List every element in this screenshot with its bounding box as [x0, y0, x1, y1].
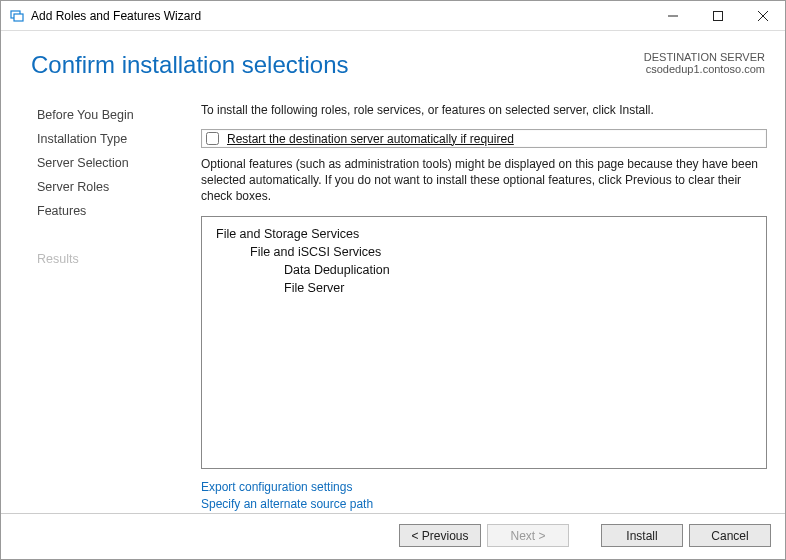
destination-server: csodedup1.contoso.com — [644, 63, 765, 75]
cancel-button[interactable]: Cancel — [689, 524, 771, 547]
optional-note: Optional features (such as administratio… — [201, 156, 767, 204]
main-panel: To install the following roles, role ser… — [181, 85, 785, 513]
alternate-source-link[interactable]: Specify an alternate source path — [201, 496, 767, 513]
nav-before-you-begin[interactable]: Before You Begin — [1, 103, 181, 127]
destination-label: DESTINATION SERVER — [644, 51, 765, 63]
feature-item: File and iSCSI Services — [250, 245, 752, 259]
features-box: File and Storage Services File and iSCSI… — [201, 216, 767, 469]
app-icon — [9, 8, 25, 24]
restart-label[interactable]: Restart the destination server automatic… — [227, 132, 514, 146]
nav-server-roles[interactable]: Server Roles — [1, 175, 181, 199]
titlebar: Add Roles and Features Wizard — [1, 1, 785, 31]
restart-row[interactable]: Restart the destination server automatic… — [201, 129, 767, 148]
button-gap — [575, 524, 595, 547]
header: Confirm installation selections DESTINAT… — [1, 31, 785, 85]
window-controls — [650, 1, 785, 31]
feature-item: Data Deduplication — [284, 263, 752, 277]
svg-rect-3 — [713, 11, 722, 20]
feature-item: File and Storage Services — [216, 227, 752, 241]
restart-checkbox[interactable] — [206, 132, 219, 145]
nav-installation-type[interactable]: Installation Type — [1, 127, 181, 151]
intro-text: To install the following roles, role ser… — [201, 103, 767, 117]
nav-confirmation[interactable]: Confirmation — [1, 223, 181, 247]
footer: < Previous Next > Install Cancel — [1, 513, 785, 559]
links: Export configuration settings Specify an… — [201, 479, 767, 513]
destination-box: DESTINATION SERVER csodedup1.contoso.com — [644, 51, 765, 75]
nav-results: Results — [1, 247, 181, 271]
page-title: Confirm installation selections — [31, 51, 644, 79]
export-settings-link[interactable]: Export configuration settings — [201, 479, 767, 496]
minimize-button[interactable] — [650, 1, 695, 31]
previous-button[interactable]: < Previous — [399, 524, 481, 547]
maximize-button[interactable] — [695, 1, 740, 31]
nav-server-selection[interactable]: Server Selection — [1, 151, 181, 175]
window-title: Add Roles and Features Wizard — [31, 9, 650, 23]
close-button[interactable] — [740, 1, 785, 31]
nav-features[interactable]: Features — [1, 199, 181, 223]
feature-item: File Server — [284, 281, 752, 295]
install-button[interactable]: Install — [601, 524, 683, 547]
wizard-nav: Before You Begin Installation Type Serve… — [1, 85, 181, 513]
next-button: Next > — [487, 524, 569, 547]
svg-rect-1 — [14, 14, 23, 21]
